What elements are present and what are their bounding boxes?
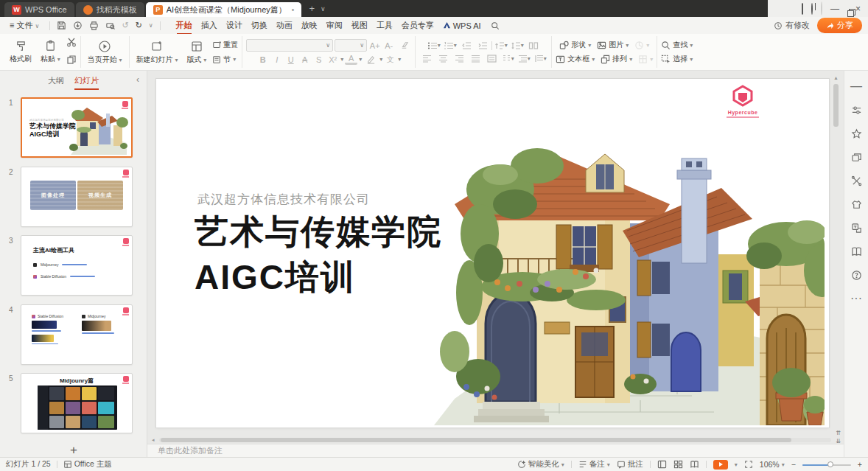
file-menu[interactable]: ≡ 文件 ∨ bbox=[6, 18, 43, 32]
italic-button[interactable]: I bbox=[270, 54, 283, 65]
study-book-icon[interactable] bbox=[850, 245, 863, 258]
menu-transition[interactable]: 切换 bbox=[248, 18, 271, 32]
add-slide-button[interactable]: + bbox=[0, 443, 147, 458]
comments-button[interactable]: 批注 bbox=[617, 459, 643, 470]
theme-indicator[interactable]: Office 主题 bbox=[63, 459, 112, 470]
fit-slide-button[interactable] bbox=[744, 460, 753, 469]
font-size-select[interactable]: ∨ bbox=[335, 39, 367, 52]
decrease-indent-button[interactable] bbox=[459, 40, 474, 51]
strikethrough-button[interactable]: A bbox=[298, 54, 311, 65]
menu-design[interactable]: 设计 bbox=[223, 18, 246, 32]
cut-button[interactable] bbox=[66, 37, 77, 50]
theme-skin-icon[interactable] bbox=[850, 198, 863, 211]
increase-font-button[interactable]: A+ bbox=[368, 40, 381, 51]
find-button[interactable]: 查找▾ bbox=[661, 40, 693, 50]
new-slide-button[interactable]: 新建幻灯片 ▾ bbox=[133, 39, 181, 66]
tab-docer-templates[interactable]: 找稻壳模板 bbox=[76, 2, 144, 17]
horizontal-scrollbar[interactable]: ◂ bbox=[152, 437, 831, 443]
bold-button[interactable]: B bbox=[256, 54, 269, 65]
paste-button[interactable]: 粘贴 ▾ bbox=[38, 39, 63, 65]
select-button[interactable]: 选择▾ bbox=[661, 54, 693, 64]
section-button[interactable]: 节▾ bbox=[212, 55, 238, 65]
numbered-list-button[interactable]: ▾ bbox=[443, 40, 458, 51]
play-options-chevron[interactable]: ▾ bbox=[735, 461, 738, 468]
slide-thumbnail-4[interactable]: Stable Diffusion Midjourney bbox=[21, 304, 133, 365]
slide-thumbnail-5[interactable]: Midjounry篇 bbox=[21, 373, 133, 433]
clear-format-button[interactable] bbox=[396, 40, 411, 51]
slide-thumbnail-3[interactable]: 主流AI绘画工具 Midjourney Stable Diffusion bbox=[21, 235, 133, 296]
previous-slide-button[interactable]: ⇈ bbox=[836, 430, 841, 436]
close-button[interactable]: × bbox=[855, 4, 861, 13]
tab-current-document[interactable]: P AI创意绘画课堂（Midjourney篇） • bbox=[146, 2, 302, 17]
normal-view-button[interactable] bbox=[657, 460, 667, 469]
modified-status[interactable]: 有修改 bbox=[774, 20, 810, 31]
slides-tab[interactable]: 幻灯片 bbox=[74, 75, 99, 86]
menu-home[interactable]: 开始 bbox=[172, 18, 196, 32]
zoom-out-button[interactable]: − bbox=[791, 460, 796, 469]
undo-button[interactable]: ↺ bbox=[122, 21, 128, 30]
font-color-button[interactable]: A bbox=[345, 54, 357, 65]
format-painter-button[interactable]: 格式刷 bbox=[7, 39, 35, 65]
zoom-in-button[interactable]: + bbox=[858, 460, 862, 469]
distribute-button[interactable] bbox=[484, 53, 499, 64]
menu-animation[interactable]: 动画 bbox=[273, 18, 296, 32]
tab-list-chevron[interactable]: ∨ bbox=[321, 5, 326, 13]
vertical-scrollbar[interactable]: ▲ bbox=[833, 75, 839, 428]
font-family-select[interactable]: ∨ bbox=[246, 39, 333, 52]
bullet-list-button[interactable]: ▾ bbox=[427, 40, 441, 51]
play-from-current-button[interactable]: 当页开始 ▾ bbox=[85, 39, 125, 66]
outline-tab[interactable]: 大纲 bbox=[48, 75, 64, 86]
new-tab-button[interactable]: + bbox=[309, 3, 315, 14]
tab-wps-home[interactable]: W WPS Office bbox=[4, 2, 74, 17]
menu-wps-ai[interactable]: WPS AI bbox=[439, 20, 485, 32]
reset-slide-button[interactable]: 重置 bbox=[212, 40, 238, 50]
justify-button[interactable] bbox=[468, 53, 483, 64]
arrange-button[interactable]: 排列▾ bbox=[601, 54, 632, 64]
collapse-panel-icon[interactable]: ‹ bbox=[136, 74, 139, 85]
line-spacing-button[interactable]: ▾ bbox=[510, 40, 525, 51]
convert-to-diagram-button[interactable] bbox=[526, 40, 541, 51]
insert-picture-button[interactable]: 图片▾ bbox=[597, 40, 629, 50]
notes-button[interactable]: 备注▾ bbox=[578, 459, 610, 470]
zoom-slider[interactable] bbox=[802, 461, 851, 468]
underline-button[interactable]: U bbox=[284, 54, 297, 65]
notes-input[interactable]: 单击此处添加备注 bbox=[147, 444, 844, 457]
menu-member[interactable]: 会员专享 bbox=[398, 18, 438, 32]
object-properties-icon[interactable] bbox=[850, 103, 863, 116]
slide-thumbnail-2[interactable]: 图像处理 视频生成 bbox=[21, 167, 133, 227]
menu-tools[interactable]: 工具 bbox=[373, 18, 396, 32]
redo-button[interactable]: ↻ bbox=[136, 21, 142, 30]
paragraph-settings-button[interactable]: ▾ bbox=[533, 53, 547, 64]
decrease-font-button[interactable]: A- bbox=[382, 40, 395, 51]
slide-sorter-view-button[interactable] bbox=[673, 460, 683, 469]
align-center-button[interactable] bbox=[435, 53, 450, 64]
slide-layout-button[interactable]: 版式 ▾ bbox=[183, 39, 209, 66]
panel-handle-icon[interactable]: — bbox=[850, 80, 863, 93]
increase-indent-button[interactable] bbox=[475, 40, 490, 51]
slide-title-text[interactable]: 艺术与传媒学院AIGC培训 bbox=[195, 209, 442, 300]
superscript-button[interactable]: X² bbox=[326, 54, 339, 65]
transition-layers-icon[interactable] bbox=[850, 150, 863, 164]
avatar[interactable] bbox=[821, 2, 822, 15]
zoom-level[interactable]: 106%▾ bbox=[760, 460, 785, 469]
tabs-overview-icon[interactable] bbox=[802, 4, 803, 13]
slide-thumbnail-1[interactable]: 武汉超方体信息技术有限公司 艺术与传媒学院AIGC培训 bbox=[21, 97, 133, 158]
paragraph-indent-button[interactable]: ▾ bbox=[517, 53, 531, 64]
align-right-button[interactable] bbox=[452, 53, 466, 64]
insert-shapes-button[interactable]: 形状▾ bbox=[559, 40, 591, 50]
print-preview-icon[interactable] bbox=[105, 21, 115, 30]
slide-company-text[interactable]: 武汉超方体信息技术有限公司 bbox=[197, 191, 370, 208]
phonetic-guide-button[interactable]: 文 bbox=[384, 54, 396, 65]
globe-icon[interactable] bbox=[811, 4, 813, 13]
insert-table-button[interactable]: ▾ bbox=[638, 55, 653, 64]
align-left-button[interactable] bbox=[419, 53, 434, 64]
smart-tools-icon[interactable] bbox=[850, 174, 863, 187]
insert-chart-button[interactable]: ▾ bbox=[634, 41, 649, 50]
copy-button[interactable] bbox=[66, 55, 77, 68]
slide-editor[interactable]: Hypercube 武汉超方体信息技术有限公司 艺术与传媒学院AIGC培训 bbox=[156, 79, 829, 428]
menu-view[interactable]: 视图 bbox=[348, 18, 371, 32]
reading-view-button[interactable] bbox=[690, 460, 699, 469]
save-icon[interactable] bbox=[57, 21, 66, 30]
export-icon[interactable] bbox=[73, 21, 83, 30]
menu-review[interactable]: 审阅 bbox=[323, 18, 346, 32]
